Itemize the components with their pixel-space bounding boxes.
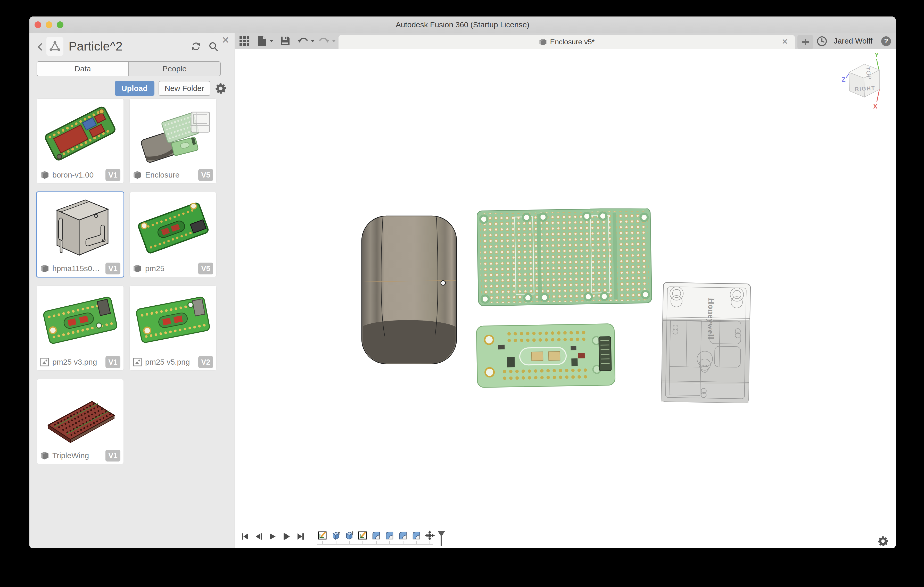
panel-close-icon[interactable]: ✕ xyxy=(222,36,229,45)
model-transparent-enclosure[interactable]: Honeywell xyxy=(661,282,751,404)
item-card-pm25-v5[interactable]: pm25 v5.png V2 xyxy=(129,286,216,370)
panel-gear-icon[interactable] xyxy=(214,82,227,95)
job-status-clock-icon[interactable] xyxy=(817,36,827,47)
item-name: pm25 v3.png xyxy=(52,358,102,367)
item-card-pm25[interactable]: pm25 V5 xyxy=(129,192,216,277)
item-label-row: pm25 V5 xyxy=(130,260,216,277)
version-badge: V1 xyxy=(106,169,120,181)
tab-people[interactable]: People xyxy=(129,62,220,76)
item-name: hpma115s0-xxx... xyxy=(52,264,102,273)
viewcube-axis-z-label: Z xyxy=(842,76,846,83)
item-name: pm25 v5.png xyxy=(145,358,195,367)
timeline-step-forward-icon[interactable] xyxy=(283,533,290,540)
project-items-grid: boron-v1.00 V1 xyxy=(36,99,216,464)
help-icon[interactable]: ? xyxy=(881,36,891,46)
app-toolbar: Enclosure v5* ✕ Jared Wolff ? xyxy=(235,33,896,49)
undo-icon[interactable] xyxy=(297,36,308,47)
honeywell-logo-text: Honeywell xyxy=(706,298,716,340)
version-badge: V1 xyxy=(106,263,120,275)
timeline-fillet-icon[interactable] xyxy=(398,531,408,540)
project-title: Particle^2 xyxy=(69,39,122,53)
timeline-step-back-icon[interactable] xyxy=(255,533,263,540)
version-badge: V5 xyxy=(198,263,213,275)
project-logo[interactable] xyxy=(46,37,63,56)
item-card-boron[interactable]: boron-v1.00 V1 xyxy=(36,99,124,184)
thumbnail-boron xyxy=(37,99,124,167)
item-card-triplewing[interactable]: TripleWing V1 xyxy=(36,379,124,464)
tab-data[interactable]: Data xyxy=(37,62,129,76)
item-label-row: TripleWing V1 xyxy=(37,447,124,464)
thumbnail-pm25-v5 xyxy=(130,286,216,354)
file-menu-icon[interactable] xyxy=(257,36,267,48)
timeline-fillet-icon[interactable] xyxy=(384,531,394,540)
image-file-icon xyxy=(133,357,142,367)
data-panel: Particle^2 ✕ Data People Upload New Fold… xyxy=(30,33,235,548)
thumbnail-pm25-v3 xyxy=(37,286,124,354)
model-cube-icon xyxy=(40,451,49,460)
main-area: Enclosure v5* ✕ Jared Wolff ? xyxy=(235,33,896,548)
desktop-background: Autodesk Fusion 360 (Startup License) Pa… xyxy=(0,0,924,587)
timeline-extrude-icon[interactable] xyxy=(345,531,354,540)
timeline-move-icon[interactable] xyxy=(425,531,435,540)
back-chevron-icon[interactable] xyxy=(36,42,45,51)
model-sensor-pcb[interactable] xyxy=(476,323,616,388)
upload-button[interactable]: Upload xyxy=(115,81,154,96)
canvas-settings-gear-icon[interactable] xyxy=(877,535,889,547)
thumbnail-triplewing xyxy=(37,379,124,448)
image-file-icon xyxy=(40,357,49,367)
thumbnail-enclosure xyxy=(130,99,216,167)
timeline-playback-controls xyxy=(241,531,304,540)
timeline-fillet-icon[interactable] xyxy=(411,531,421,540)
new-folder-button[interactable]: New Folder xyxy=(158,81,210,96)
save-icon[interactable] xyxy=(280,36,290,47)
panel-actions: Upload New Folder xyxy=(30,81,227,96)
document-tab-close-icon[interactable]: ✕ xyxy=(782,37,788,46)
item-label-row: pm25 v3.png V1 xyxy=(37,354,124,370)
user-account-button[interactable]: Jared Wolff xyxy=(828,33,878,49)
model-cube-icon xyxy=(133,170,142,179)
app-grid-icon[interactable] xyxy=(239,36,250,48)
fusion-window: Autodesk Fusion 360 (Startup License) Pa… xyxy=(30,16,896,548)
timeline-go-to-end-icon[interactable] xyxy=(297,533,304,540)
viewport-canvas[interactable]: TOP RIGHT Y Z X xyxy=(235,49,896,548)
document-tab-label: Enclosure v5* xyxy=(550,38,595,46)
undo-caret-icon[interactable] xyxy=(310,39,315,44)
new-tab-button[interactable] xyxy=(797,35,813,49)
document-cube-icon xyxy=(539,38,547,46)
viewcube[interactable]: TOP RIGHT Y Z X xyxy=(841,51,884,110)
timeline-go-to-start-icon[interactable] xyxy=(241,533,249,540)
timeline-sketch-icon[interactable] xyxy=(318,531,327,540)
item-label-row: pm25 v5.png V2 xyxy=(130,354,216,370)
refresh-icon[interactable] xyxy=(190,41,201,52)
item-card-hpma115s0[interactable]: hpma115s0-xxx... V1 xyxy=(36,191,124,278)
model-perfboard-pcb[interactable] xyxy=(477,209,652,306)
item-card-enclosure[interactable]: Enclosure V5 xyxy=(129,99,216,184)
timeline-sketch-icon[interactable] xyxy=(358,531,368,540)
search-icon[interactable] xyxy=(208,41,219,52)
particle-logo-icon xyxy=(48,40,62,53)
item-name: Enclosure xyxy=(145,171,195,179)
timeline-extrude-icon[interactable] xyxy=(331,531,341,540)
viewcube-right-label: RIGHT xyxy=(855,85,876,92)
redo-caret-icon[interactable] xyxy=(331,39,337,44)
version-badge: V1 xyxy=(106,356,120,368)
timeline-track xyxy=(317,544,433,545)
timeline-play-icon[interactable] xyxy=(269,533,277,540)
model-cube-icon xyxy=(133,264,142,273)
thumbnail-pm25 xyxy=(130,192,216,261)
timeline-fillet-icon[interactable] xyxy=(371,531,381,540)
redo-icon[interactable] xyxy=(319,36,330,47)
model-gray-enclosure[interactable] xyxy=(361,215,457,364)
item-card-pm25-v3[interactable]: pm25 v3.png V1 xyxy=(36,286,124,370)
file-menu-caret-icon[interactable] xyxy=(269,39,274,44)
timeline-bar xyxy=(241,531,446,548)
thumbnail-hpma115s0 xyxy=(37,192,124,261)
document-tab[interactable]: Enclosure v5* ✕ xyxy=(338,35,795,49)
item-name: TripleWing xyxy=(52,451,102,460)
svg-text:?: ? xyxy=(884,37,888,45)
item-label-row: boron-v1.00 V1 xyxy=(37,167,124,183)
timeline-position-marker[interactable] xyxy=(437,531,446,546)
macos-titlebar: Autodesk Fusion 360 (Startup License) xyxy=(30,16,896,33)
timeline-features xyxy=(316,531,436,544)
item-name: boron-v1.00 xyxy=(52,171,102,179)
